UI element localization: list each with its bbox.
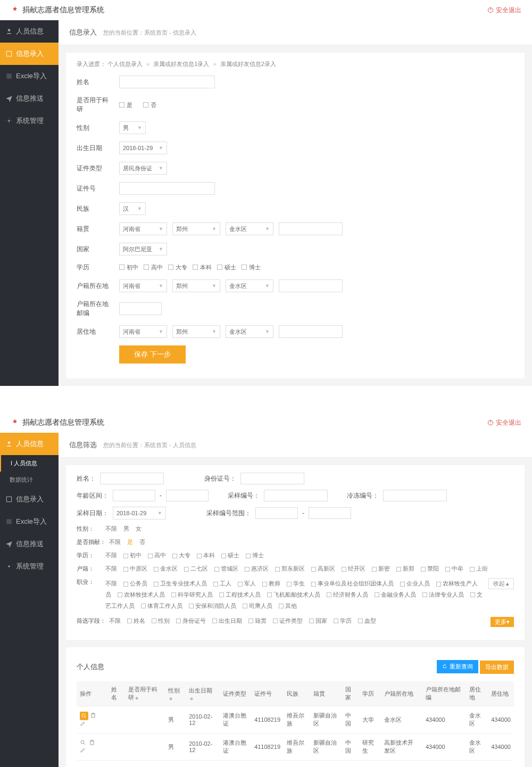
- filter-option[interactable]: 不限: [105, 552, 117, 558]
- live-province-select[interactable]: 河南省▼: [119, 325, 167, 338]
- edu-option[interactable]: 博士: [242, 263, 261, 271]
- filter-option[interactable]: 姓名: [127, 617, 145, 624]
- filter-sampledate-select[interactable]: 2018-01-29▼: [113, 507, 166, 519]
- research-yes[interactable]: 是: [119, 101, 132, 109]
- filter-option[interactable]: 高中: [148, 552, 166, 558]
- filter-option[interactable]: 管城区: [214, 565, 238, 572]
- sidebar-item-excel[interactable]: Excle导入: [0, 510, 59, 533]
- filter-option[interactable]: 经济财务人员: [327, 591, 368, 598]
- filter-option[interactable]: 工程技术人员: [219, 591, 261, 598]
- filter-option[interactable]: 学历: [334, 617, 352, 624]
- edit-icon[interactable]: [80, 720, 87, 728]
- search-icon[interactable]: [80, 739, 87, 747]
- sidebar-item-entry[interactable]: 信息录入: [0, 488, 59, 510]
- filter-option[interactable]: 荥阳: [421, 565, 439, 572]
- filter-option[interactable]: 不限: [109, 617, 121, 624]
- live-district-select[interactable]: 金水区▼: [226, 325, 273, 338]
- table-header[interactable]: 国家: [342, 681, 359, 706]
- table-header[interactable]: 出生日期◆: [186, 681, 219, 706]
- table-header[interactable]: 户籍所在地邮编: [422, 681, 466, 706]
- edu-option[interactable]: 大专: [168, 263, 187, 271]
- filter-option[interactable]: 中原区: [123, 565, 147, 572]
- gender-select[interactable]: 男▼: [119, 121, 146, 134]
- table-header[interactable]: 证件号: [251, 681, 284, 706]
- filter-option[interactable]: 司乘人员: [243, 603, 272, 609]
- table-header[interactable]: 居住地: [466, 681, 488, 706]
- filter-option[interactable]: 飞机船舶技术人员: [267, 591, 320, 598]
- hukou-zip-input[interactable]: [119, 302, 162, 315]
- hukou-detail-input[interactable]: [279, 279, 343, 292]
- table-header[interactable]: 籍贯: [310, 681, 342, 706]
- refresh-button[interactable]: 重新查询: [437, 660, 478, 673]
- filter-option[interactable]: 出生日期: [212, 617, 242, 624]
- table-header[interactable]: 学历: [359, 681, 381, 706]
- filter-option[interactable]: 否: [139, 539, 145, 545]
- native-detail-input[interactable]: [279, 222, 343, 235]
- edu-option[interactable]: 硕士: [217, 263, 236, 271]
- table-header[interactable]: 民族: [284, 681, 310, 706]
- sidebar-item-system[interactable]: 系统管理: [0, 555, 59, 578]
- sidebar-item-people[interactable]: 人员信息: [0, 433, 59, 455]
- table-header[interactable]: 证件类型: [220, 681, 251, 706]
- filter-age-min[interactable]: [113, 490, 155, 501]
- delete-icon[interactable]: [90, 712, 97, 720]
- filter-option[interactable]: 性别: [152, 617, 170, 624]
- filter-option[interactable]: 不限: [109, 539, 121, 545]
- filter-idno-input[interactable]: [240, 473, 304, 484]
- sidebar-sub-stats[interactable]: 数据统计: [0, 472, 59, 488]
- table-header[interactable]: 户籍所在地: [381, 681, 422, 706]
- table-header[interactable]: 姓名: [108, 681, 125, 706]
- filter-option[interactable]: 新密: [372, 565, 390, 572]
- filter-option[interactable]: 卫生专业技术人员: [154, 580, 207, 587]
- filter-sampleno-input[interactable]: [264, 490, 328, 501]
- birth-select[interactable]: 2018-01-29▼: [119, 142, 167, 154]
- filter-option[interactable]: 初中: [123, 552, 142, 558]
- idtype-select[interactable]: 居民身份证▼: [119, 162, 167, 175]
- filter-option[interactable]: 新郑: [396, 565, 414, 572]
- sidebar-sub-people[interactable]: I 人员信息: [0, 455, 59, 472]
- filter-option[interactable]: 安保和消防人员: [189, 603, 236, 609]
- filter-freezeno-input[interactable]: [383, 490, 447, 501]
- native-district-select[interactable]: 金水区▼: [226, 222, 273, 235]
- filter-option[interactable]: 经开区: [342, 565, 365, 572]
- filter-range-min[interactable]: [255, 507, 298, 519]
- table-header[interactable]: 性别◆: [165, 681, 186, 706]
- filter-option[interactable]: 郑东新区: [275, 565, 305, 572]
- filter-option[interactable]: 身份证号: [176, 617, 206, 624]
- filter-option[interactable]: 体育工作人员: [141, 603, 182, 609]
- filter-option[interactable]: 企业人员: [400, 580, 430, 587]
- idno-input[interactable]: [119, 182, 215, 195]
- filter-option[interactable]: 男: [123, 525, 129, 532]
- search-icon[interactable]: [80, 712, 88, 720]
- sidebar-item-people[interactable]: 人员信息: [0, 20, 59, 43]
- filter-option[interactable]: 农林牧技术人员: [118, 591, 165, 598]
- filter-option[interactable]: 中牟: [445, 565, 463, 572]
- filter-option[interactable]: 不限: [105, 580, 117, 587]
- live-detail-input[interactable]: [279, 325, 343, 338]
- filter-option[interactable]: 血型: [358, 617, 376, 624]
- edu-option[interactable]: 高中: [144, 263, 163, 271]
- edu-option[interactable]: 本科: [193, 263, 212, 271]
- filter-option[interactable]: 金融业务人员: [375, 591, 416, 598]
- filter-option[interactable]: 上街: [470, 565, 488, 572]
- sidebar-item-excel[interactable]: Excle导入: [0, 65, 59, 87]
- filter-option[interactable]: 本科: [197, 552, 215, 558]
- hukou-province-select[interactable]: 河南省▼: [119, 279, 167, 292]
- research-no[interactable]: 否: [143, 101, 156, 109]
- more-button[interactable]: 更多▾: [491, 617, 514, 627]
- filter-option[interactable]: 军人: [238, 580, 256, 587]
- sidebar-item-push[interactable]: 信息推送: [0, 87, 59, 110]
- filter-option[interactable]: 事业单位及社会组织团体人员: [311, 580, 394, 587]
- filter-option[interactable]: 工人: [213, 580, 231, 587]
- native-city-select[interactable]: 郑州▼: [172, 222, 220, 235]
- filter-option[interactable]: 科学研究人员: [171, 591, 213, 598]
- filter-option[interactable]: 大专: [172, 552, 190, 558]
- table-header[interactable]: 是否用于科研◆: [125, 681, 165, 706]
- save-next-button[interactable]: 保存 下一步: [119, 345, 186, 364]
- filter-option[interactable]: 国家: [309, 617, 327, 624]
- live-city-select[interactable]: 郑州▼: [172, 325, 220, 338]
- filter-option[interactable]: 教师: [262, 580, 280, 587]
- export-button[interactable]: 导出数据: [480, 661, 514, 674]
- filter-option[interactable]: 不限: [105, 525, 117, 532]
- filter-option[interactable]: 硕士: [221, 552, 239, 558]
